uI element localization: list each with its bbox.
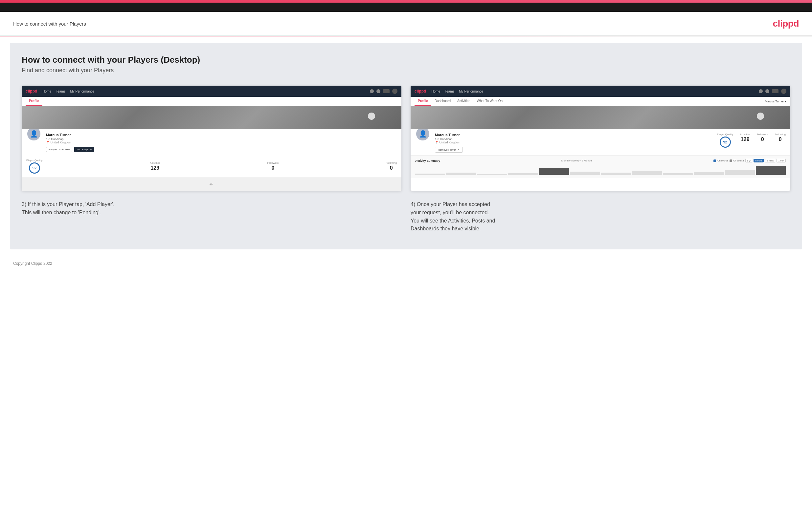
legend-on-course-label: On course xyxy=(717,160,728,162)
golf-banner-left xyxy=(22,106,401,129)
bar-6 xyxy=(570,172,600,175)
app-logo-left: clippd xyxy=(26,89,37,94)
profile-section-left: 👤 Marcus Turner 1-5 Handicap 📍 United Ki… xyxy=(22,129,401,156)
search-icon-left[interactable] xyxy=(370,89,374,93)
activity-header: Activity Summary Monthly Activity · 6 Mo… xyxy=(415,159,786,162)
nav-home-left[interactable]: Home xyxy=(42,90,51,93)
golf-banner-right xyxy=(411,106,790,129)
caption-right: 4) Once your Player has acceptedyour req… xyxy=(411,201,790,233)
nav-performance-left[interactable]: My Performance xyxy=(70,90,94,93)
quality-circle-right: 92 xyxy=(720,136,731,148)
bar-10 xyxy=(694,172,724,175)
bar-1 xyxy=(415,174,445,175)
activity-summary: Activity Summary Monthly Activity · 6 Mo… xyxy=(411,155,790,178)
tab-profile-right[interactable]: Profile xyxy=(414,97,431,106)
location-icon-right: 📍 xyxy=(435,141,439,144)
captions-row: 3) If this is your Player tap, 'Add Play… xyxy=(22,201,790,233)
tab-whattoworkon-right[interactable]: What To Work On xyxy=(474,97,506,106)
user-icon-right[interactable] xyxy=(765,89,769,93)
app-navbar-left: clippd Home Teams My Performance xyxy=(22,86,401,97)
app-logo-right: clippd xyxy=(414,89,426,94)
activity-controls: On course Off course 1 yr 6 mths 3 mths … xyxy=(713,159,786,162)
avatar-icon-left: 👤 xyxy=(30,130,38,138)
nav-performance-right[interactable]: My Performance xyxy=(459,90,483,93)
stat-activities-value-right: 129 xyxy=(741,136,750,143)
legend-off-course xyxy=(729,160,732,162)
caption-left: 3) If this is your Player tap, 'Add Play… xyxy=(22,201,401,233)
stat-activities-label-right: Activities xyxy=(740,133,750,136)
bar-4 xyxy=(508,173,538,175)
activity-period-label: Monthly Activity · 6 Months xyxy=(561,159,593,162)
remove-player-button[interactable]: Remove Player ✕ xyxy=(435,147,463,153)
player-location-right: 📍 United Kingdom xyxy=(435,141,712,144)
search-icon-right[interactable] xyxy=(759,89,763,93)
user-icon-left[interactable] xyxy=(376,89,380,93)
profile-info-left: Marcus Turner 1-5 Handicap 📍 United King… xyxy=(46,133,397,152)
quality-circle-left: 92 xyxy=(29,162,40,174)
tab-dashboard-right[interactable]: Dashboard xyxy=(431,97,454,106)
main-content: How to connect with your Players (Deskto… xyxy=(10,43,802,249)
app-nav-icons-right xyxy=(759,89,786,94)
app-nav-links-left: Home Teams My Performance xyxy=(42,90,370,93)
golf-ball-right xyxy=(757,113,764,120)
nav-home-right[interactable]: Home xyxy=(431,90,440,93)
stat-activities-left: Activities 129 xyxy=(150,161,160,171)
period-6mths[interactable]: 6 mths xyxy=(754,159,764,162)
player-location-left: 📍 United Kingdom xyxy=(46,141,397,144)
screenshot-right: clippd Home Teams My Performance Profile xyxy=(411,86,790,191)
stat-followers-label-left: Followers xyxy=(267,161,278,164)
app-nav-links-right: Home Teams My Performance xyxy=(431,90,759,93)
quality-label-left: Player Quality xyxy=(26,159,43,162)
remove-player-x-icon: ✕ xyxy=(457,148,460,151)
profile-icon-left[interactable] xyxy=(392,89,398,94)
player-handicap-right: 1-5 Handicap xyxy=(435,137,712,141)
stat-activities-label-left: Activities xyxy=(150,161,160,164)
golf-ball-left xyxy=(368,113,375,120)
app-navbar-right: clippd Home Teams My Performance xyxy=(411,86,790,97)
app-tabs-left: Profile xyxy=(22,97,401,106)
tab-profile-left[interactable]: Profile xyxy=(26,97,42,106)
page-header: How to connect with your Players clippd xyxy=(0,12,812,36)
screenshots-row: clippd Home Teams My Performance Profile xyxy=(22,86,790,191)
stat-followers-left: Followers 0 xyxy=(267,161,278,171)
profile-section-right: 👤 Marcus Turner 1-5 Handicap 📍 United Ki… xyxy=(411,129,790,155)
header-divider xyxy=(0,36,812,37)
copyright-text: Copyright Clippd 2022 xyxy=(13,261,52,266)
app-nav-icons-left xyxy=(370,89,398,94)
bar-7 xyxy=(601,173,631,175)
stats-right: Player Quality 92 Activities 129 Followe… xyxy=(717,133,786,148)
stat-following-value-right: 0 xyxy=(779,136,782,143)
request-follow-button[interactable]: Request to Follow xyxy=(46,147,72,152)
stat-followers-value-right: 0 xyxy=(761,136,764,143)
caption-right-text: 4) Once your Player has acceptedyour req… xyxy=(411,201,790,233)
edit-icon-left: ✏ xyxy=(210,182,213,187)
stat-following-label-right: Following xyxy=(774,133,786,136)
accent-strip xyxy=(0,0,812,3)
nav-teams-left[interactable]: Teams xyxy=(56,90,65,93)
page-title: How to connect with your Players (Deskto… xyxy=(22,55,790,65)
activity-chart xyxy=(415,165,786,175)
bar-3 xyxy=(477,174,507,175)
tab-activities-right[interactable]: Activities xyxy=(454,97,473,106)
quality-label-right: Player Quality xyxy=(717,133,733,136)
stat-following-label-left: Following xyxy=(386,161,397,164)
profile-info-right: Marcus Turner 1-5 Handicap 📍 United King… xyxy=(435,133,712,153)
profile-icon-right[interactable] xyxy=(781,89,786,94)
golf-banner-bg-left xyxy=(22,106,401,129)
remove-player-wrapper: Remove Player ✕ xyxy=(435,147,712,153)
nav-teams-right[interactable]: Teams xyxy=(445,90,454,93)
settings-icon-right[interactable] xyxy=(772,89,778,93)
app-tabs-right-wrapper: Profile Dashboard Activities What To Wor… xyxy=(411,97,790,106)
settings-icon-left[interactable] xyxy=(383,89,390,93)
period-1mth[interactable]: 1 mth xyxy=(776,159,786,162)
activity-title: Activity Summary xyxy=(415,159,440,162)
period-3mths[interactable]: 3 mths xyxy=(765,159,775,162)
bar-5 xyxy=(539,168,569,175)
page-subtitle: Find and connect with your Players xyxy=(22,67,790,74)
marcus-turner-dropdown[interactable]: Marcus Turner ▾ xyxy=(765,100,786,103)
period-1yr[interactable]: 1 yr xyxy=(745,159,753,162)
page-footer: Copyright Clippd 2022 xyxy=(0,256,812,271)
add-player-button[interactable]: Add Player + xyxy=(74,147,94,152)
bar-11 xyxy=(725,170,755,175)
location-icon-left: 📍 xyxy=(46,141,50,144)
